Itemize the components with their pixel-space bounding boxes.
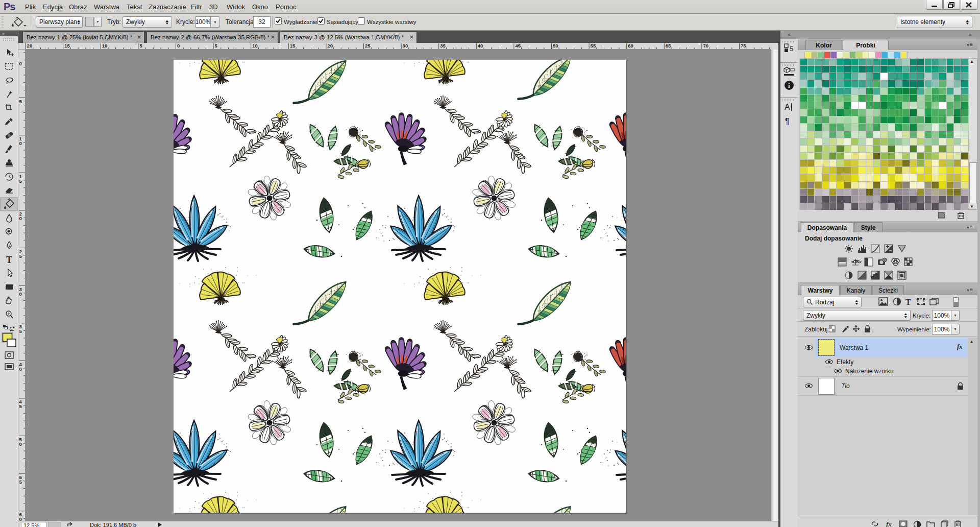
- svg-text:5: 5: [139, 43, 142, 49]
- svg-text:45: 45: [515, 43, 521, 49]
- svg-text:0: 0: [19, 516, 22, 521]
- svg-text:¶: ¶: [785, 117, 790, 126]
- svg-text:50: 50: [553, 43, 558, 49]
- svg-text:0: 0: [19, 441, 22, 447]
- svg-text:35: 35: [440, 43, 446, 49]
- svg-text:fx: fx: [886, 520, 892, 527]
- svg-text:15: 15: [290, 43, 296, 49]
- svg-text:5: 5: [19, 178, 22, 184]
- svg-text:20: 20: [27, 43, 33, 49]
- svg-text:75: 75: [741, 43, 746, 49]
- svg-text:0: 0: [19, 291, 22, 297]
- svg-text:A: A: [785, 103, 790, 111]
- svg-text:T: T: [905, 298, 911, 306]
- svg-text:i: i: [788, 82, 790, 89]
- svg-text:0: 0: [19, 140, 22, 146]
- svg-text:65: 65: [666, 43, 671, 49]
- svg-text:60: 60: [628, 43, 633, 49]
- svg-text:5: 5: [19, 253, 22, 259]
- svg-text:30: 30: [403, 43, 408, 49]
- svg-text:5: 5: [19, 328, 22, 334]
- svg-text:70: 70: [703, 43, 708, 49]
- svg-text:0: 0: [19, 366, 22, 372]
- svg-text:55: 55: [591, 43, 596, 49]
- svg-text:25: 25: [365, 43, 371, 49]
- svg-text:0: 0: [177, 43, 180, 49]
- svg-text:T: T: [6, 255, 12, 265]
- svg-text:»: »: [2, 31, 5, 36]
- svg-text:5: 5: [215, 43, 218, 49]
- svg-text:5: 5: [19, 99, 22, 104]
- svg-text:40: 40: [478, 43, 483, 49]
- svg-text:20: 20: [327, 43, 333, 49]
- svg-text:5: 5: [19, 403, 22, 409]
- svg-text:0: 0: [19, 215, 22, 221]
- svg-text:10: 10: [252, 43, 258, 49]
- svg-text:15: 15: [64, 43, 70, 49]
- svg-text:0: 0: [19, 61, 22, 66]
- svg-text:5: 5: [790, 45, 793, 53]
- svg-text:5: 5: [19, 479, 22, 485]
- svg-text:10: 10: [102, 43, 108, 49]
